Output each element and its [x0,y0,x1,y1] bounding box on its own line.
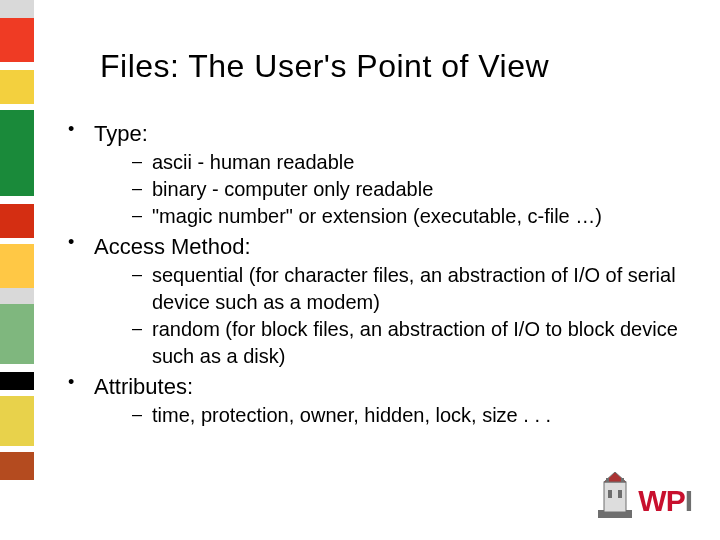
logo-text: WPI [638,484,692,518]
sub-item: time, protection, owner, hidden, lock, s… [94,402,690,429]
item-label: Access Method: [94,234,251,259]
svg-rect-6 [621,478,624,482]
sub-list: ascii - human readable binary - computer… [94,149,690,230]
stripe [0,244,34,288]
stripe [0,18,34,62]
logo-letter-p: P [666,484,685,518]
stripe [0,372,34,390]
stripe [0,70,34,104]
bullet-list: Type: ascii - human readable binary - co… [60,121,690,429]
wpi-logo: WPI [598,472,692,518]
svg-rect-5 [606,478,609,482]
stripe [0,196,34,204]
stripe [0,0,34,18]
sub-item: random (for block files, an abstraction … [94,316,690,370]
svg-rect-2 [608,490,612,498]
sub-item: ascii - human readable [94,149,690,176]
stripe [0,110,34,196]
stripe [0,480,34,540]
sub-list: time, protection, owner, hidden, lock, s… [94,402,690,429]
stripe [0,364,34,372]
sub-item: sequential (for character files, an abst… [94,262,690,316]
svg-rect-3 [618,490,622,498]
list-item: Attributes: time, protection, owner, hid… [60,374,690,429]
tower-icon [598,472,632,518]
svg-rect-1 [604,482,626,512]
sub-list: sequential (for character files, an abst… [94,262,690,370]
decorative-sidebar [0,0,34,540]
list-item: Access Method: sequential (for character… [60,234,690,370]
slide-content: Files: The User's Point of View Type: as… [60,48,690,433]
stripe [0,396,34,446]
logo-letter-i: I [685,484,692,518]
sub-item: "magic number" or extension (executable,… [94,203,690,230]
item-label: Attributes: [94,374,193,399]
logo-letter-w: W [638,484,665,518]
list-item: Type: ascii - human readable binary - co… [60,121,690,230]
stripe [0,288,34,304]
item-label: Type: [94,121,148,146]
stripe [0,62,34,70]
slide-title: Files: The User's Point of View [100,48,690,85]
sub-item: binary - computer only readable [94,176,690,203]
stripe [0,452,34,480]
stripe [0,304,34,364]
stripe [0,204,34,238]
